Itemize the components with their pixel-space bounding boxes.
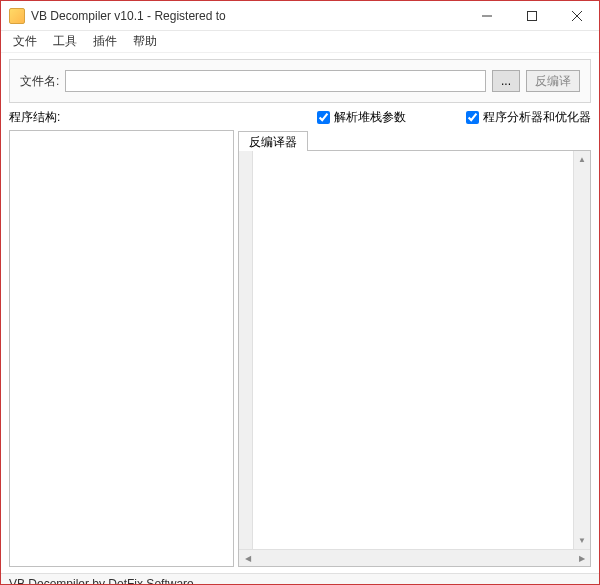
structure-label: 程序结构: (9, 109, 60, 126)
vertical-scrollbar[interactable]: ▲ ▼ (573, 151, 590, 549)
analyzer-checkbox[interactable] (466, 111, 479, 124)
tab-decompiler[interactable]: 反编译器 (238, 131, 308, 151)
decompile-button[interactable]: 反编译 (526, 70, 580, 92)
analyzer-checkbox-wrap[interactable]: 程序分析器和优化器 (466, 109, 591, 126)
horizontal-scrollbar[interactable]: ◀ ▶ (239, 549, 590, 566)
filename-input[interactable] (65, 70, 486, 92)
code-content[interactable]: ▲ ▼ (253, 151, 590, 549)
window-title: VB Decompiler v10.1 - Registered to (31, 9, 464, 23)
parse-stack-label: 解析堆栈参数 (334, 109, 406, 126)
tab-row: 反编译器 (238, 130, 591, 150)
close-button[interactable] (554, 1, 599, 30)
svg-rect-1 (527, 11, 536, 20)
statusbar: VB Decompiler by DotFix Software (1, 573, 599, 585)
menubar: 文件 工具 插件 帮助 (1, 31, 599, 53)
parse-stack-checkbox[interactable] (317, 111, 330, 124)
maximize-button[interactable] (509, 1, 554, 30)
filename-label: 文件名: (20, 73, 59, 90)
menu-plugins[interactable]: 插件 (87, 31, 123, 52)
options-row: 程序结构: 解析堆栈参数 程序分析器和优化器 (1, 107, 599, 130)
scroll-down-icon[interactable]: ▼ (574, 532, 590, 549)
minimize-button[interactable] (464, 1, 509, 30)
main-area: 反编译器 ▲ ▼ ◀ ▶ (1, 130, 599, 567)
window-controls (464, 1, 599, 30)
scroll-right-icon[interactable]: ▶ (573, 550, 590, 566)
scroll-up-icon[interactable]: ▲ (574, 151, 590, 168)
browse-button[interactable]: ... (492, 70, 520, 92)
status-text: VB Decompiler by DotFix Software (9, 577, 194, 585)
titlebar: VB Decompiler v10.1 - Registered to (1, 1, 599, 31)
parse-stack-checkbox-wrap[interactable]: 解析堆栈参数 (317, 109, 406, 126)
code-body: ▲ ▼ (239, 151, 590, 549)
app-icon (9, 8, 25, 24)
code-panel: ▲ ▼ ◀ ▶ (238, 150, 591, 567)
scroll-left-icon[interactable]: ◀ (239, 550, 256, 566)
menu-help[interactable]: 帮助 (127, 31, 163, 52)
code-gutter (239, 151, 253, 549)
menu-tools[interactable]: 工具 (47, 31, 83, 52)
right-panel: 反编译器 ▲ ▼ ◀ ▶ (238, 130, 591, 567)
file-panel: 文件名: ... 反编译 (9, 59, 591, 103)
structure-tree[interactable] (9, 130, 234, 567)
analyzer-label: 程序分析器和优化器 (483, 109, 591, 126)
menu-file[interactable]: 文件 (7, 31, 43, 52)
